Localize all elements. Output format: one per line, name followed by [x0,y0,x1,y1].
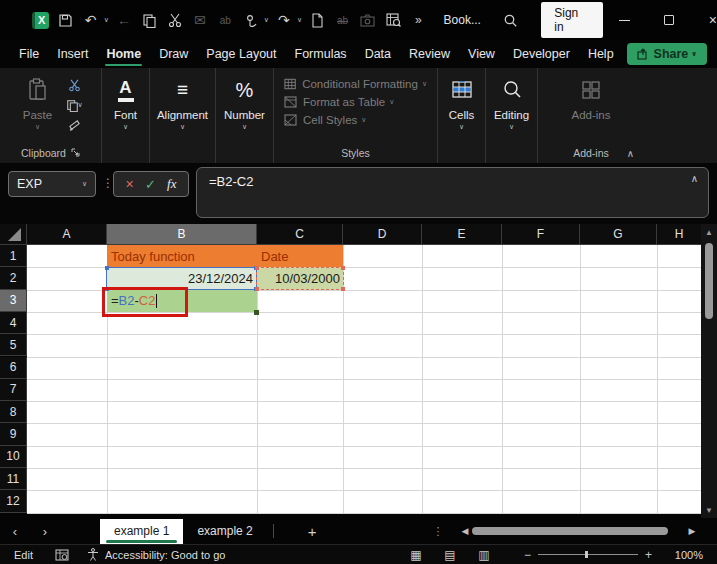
cell-b3-formula[interactable]: =B2-C2 [107,290,257,312]
next-sheet-icon[interactable]: › [30,524,60,539]
cancel-entry-icon[interactable]: × [126,176,134,192]
col-header-c[interactable]: C [257,224,343,245]
cell-c1[interactable]: Date [257,245,343,267]
col-header-d[interactable]: D [343,224,422,245]
select-all-button[interactable] [0,224,27,245]
page-break-view-icon[interactable]: ▥ [467,548,501,562]
row-header-8[interactable]: 8 [0,401,27,423]
cut-icon[interactable] [165,9,185,31]
scroll-up-icon[interactable]: ▲ [705,224,713,240]
tab-home[interactable]: Home [97,42,150,66]
cells-group[interactable]: Cells ∨ [438,68,486,163]
tab-scroll-splitter[interactable]: ⋮ [433,525,444,538]
alignment-icon: ≡ [177,75,188,105]
name-box-chevron-icon[interactable]: ∨ [82,180,87,188]
cell-c2[interactable]: 10/03/2000 [257,267,343,289]
scroll-left-icon[interactable]: ◀ [458,526,473,536]
col-header-a[interactable]: A [27,224,107,245]
font-group[interactable]: A Font ∨ [102,68,150,163]
sign-in-button[interactable]: Sign in [541,2,602,38]
copy-chevron-icon[interactable]: ∨ [77,101,82,109]
touch-mode-chevron-icon[interactable]: ∨ [264,16,269,24]
normal-view-icon[interactable]: ▦ [399,548,433,562]
zoom-thumb[interactable] [585,551,588,558]
prev-sheet-icon[interactable]: ‹ [0,524,30,539]
sheet-tab-example-2[interactable]: example 2 [183,519,266,544]
zoom-in-icon[interactable]: + [638,548,659,562]
row-header-9[interactable]: 9 [0,423,27,445]
cut-icon[interactable] [66,78,84,92]
col-header-e[interactable]: E [422,224,502,245]
collapse-ribbon-icon[interactable]: ∧ [627,148,634,159]
conditional-formatting-icon [284,78,296,90]
col-header-f[interactable]: F [502,224,580,245]
tab-draw[interactable]: Draw [150,42,197,66]
maximize-button[interactable] [647,0,691,40]
save-icon[interactable] [55,9,75,31]
vertical-scrollbar[interactable]: ▲ ▼ [701,224,717,518]
col-header-b[interactable]: B [107,224,257,245]
scroll-right-icon[interactable]: ▶ [684,526,699,536]
undo-icon[interactable]: ↶ [81,9,101,31]
tab-view[interactable]: View [459,42,504,66]
zoom-slider[interactable]: − + [517,548,659,562]
formula-input[interactable]: =B2-C2 ∧ [196,167,709,218]
touch-mode-icon[interactable] [240,9,260,31]
close-button[interactable]: × [691,0,717,40]
zoom-out-icon[interactable]: − [517,548,538,562]
col-header-h[interactable]: H [657,224,701,245]
col-header-g[interactable]: G [580,224,657,245]
clipboard-dialog-launcher-icon[interactable] [71,148,80,157]
tab-page-layout[interactable]: Page Layout [197,42,285,66]
copy-icon[interactable] [139,9,159,31]
redo-icon[interactable]: ↷ [274,9,294,31]
row-header-4[interactable]: 4 [0,312,27,334]
accessibility-status[interactable]: Accessibility: Good to go [87,548,225,561]
row-header-10[interactable]: 10 [0,446,27,468]
cell-b1[interactable]: Today function [107,245,257,267]
tab-insert[interactable]: Insert [48,42,97,66]
name-box[interactable]: EXP ∨ [8,171,96,197]
tab-developer[interactable]: Developer [504,42,579,66]
tab-review[interactable]: Review [400,42,459,66]
insert-function-icon[interactable]: fx [167,176,176,192]
share-button[interactable]: Share ∨ [627,43,707,65]
scroll-down-icon[interactable]: ▼ [705,502,713,518]
tab-formulas[interactable]: Formulas [286,42,356,66]
format-painter-icon[interactable] [66,118,84,132]
redo-dropdown-chevron-icon[interactable]: ∨ [297,16,302,24]
row-header-1[interactable]: 1 [0,245,27,267]
row-header-12[interactable]: 12 [0,490,27,512]
cell-b2[interactable]: 23/12/2024 [107,267,257,289]
tab-data[interactable]: Data [356,42,400,66]
confirm-entry-icon[interactable]: ✓ [145,177,156,192]
row-header-2[interactable]: 2 [0,267,27,289]
add-sheet-button[interactable]: + [308,523,317,540]
print-preview-icon[interactable] [383,9,403,31]
tab-file[interactable]: File [10,42,48,66]
editing-group[interactable]: Editing ∨ [486,68,538,163]
macro-record-icon[interactable] [55,549,69,561]
row-header-11[interactable]: 11 [0,468,27,490]
row-header-7[interactable]: 7 [0,379,27,401]
page-layout-view-icon[interactable]: ▤ [433,548,467,562]
row-header-3[interactable]: 3 [0,290,27,312]
row-header-5[interactable]: 5 [0,334,27,356]
horizontal-scrollbar[interactable]: ◀ ▶ [458,526,700,536]
horizontal-scroll-thumb[interactable] [472,527,668,535]
tab-help[interactable]: Help [579,42,623,66]
copy-icon[interactable]: ∨ [66,98,84,112]
zoom-level[interactable]: 100% [669,549,703,561]
number-group[interactable]: % Number ∨ [216,68,274,163]
fill-handle[interactable] [254,310,259,315]
search-icon[interactable] [500,9,520,31]
alignment-group[interactable]: ≡ Alignment ∨ [150,68,216,163]
row-header-6[interactable]: 6 [0,357,27,379]
minimize-button[interactable] [603,0,647,40]
new-document-icon[interactable] [307,9,327,31]
toolbar-overflow-icon[interactable]: » [408,9,428,31]
collapse-formula-bar-icon[interactable]: ∧ [691,173,698,184]
vertical-scroll-thumb[interactable] [705,243,713,319]
undo-dropdown-chevron-icon[interactable]: ∨ [104,16,109,24]
sheet-tab-example-1[interactable]: example 1 [100,519,183,544]
